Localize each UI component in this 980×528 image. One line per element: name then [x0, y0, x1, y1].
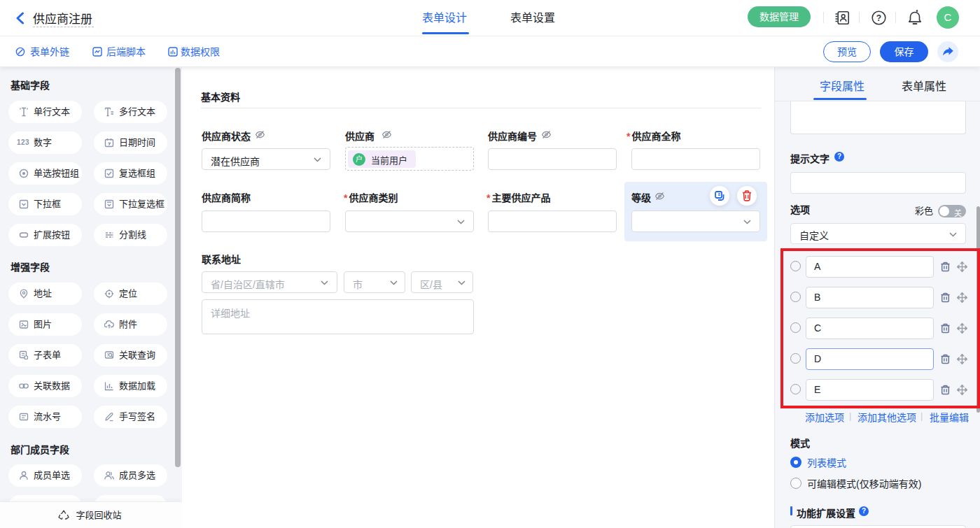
- svg-text:?: ?: [876, 13, 881, 23]
